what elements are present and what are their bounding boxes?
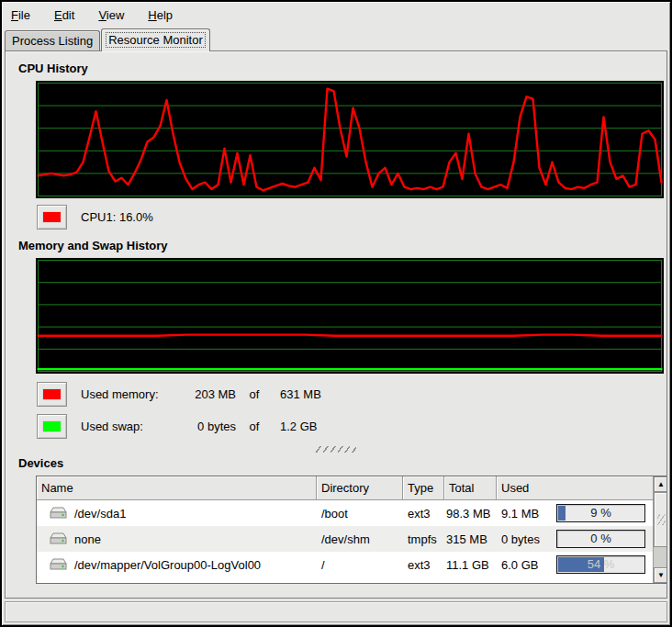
device-used: 9.1 MB — [501, 507, 539, 521]
cpu-history-title: CPU History — [18, 62, 655, 75]
cpu-color-swatch — [42, 211, 62, 223]
system-monitor-window: File Edit View Help Process Listing Reso… — [0, 0, 672, 627]
swap-used-value: 0 bytes — [170, 420, 236, 433]
device-usage-progressbar: 54 % 54 % — [556, 555, 645, 574]
scroll-up-button[interactable]: ▲ — [654, 476, 667, 492]
memory-total-value: 631 MB — [273, 387, 655, 401]
swap-legend-row: Used swap: 0 bytes of 1.2 GB — [37, 414, 655, 439]
table-row[interactable]: /dev/mapper/VolGroup00-LogVol00 / ext3 1… — [37, 552, 653, 577]
column-header-directory[interactable]: Directory — [317, 476, 403, 500]
column-header-used[interactable]: Used — [497, 476, 653, 500]
swap-color-button[interactable] — [37, 414, 67, 439]
device-type: tmpfs — [408, 532, 437, 546]
memory-color-button[interactable] — [37, 382, 67, 407]
device-type: ext3 — [408, 507, 431, 521]
table-row[interactable]: /dev/sda1 /boot ext3 98.3 MB 9.1 MB 9 % … — [37, 500, 653, 526]
device-total: 98.3 MB — [446, 507, 490, 521]
cpu-legend-label: CPU1: 16.0% — [81, 210, 153, 224]
resource-monitor-page: CPU History CPU1: 16.0% Memory and Swap … — [5, 50, 667, 599]
tab-resource-monitor-label: Resource Monitor — [106, 33, 205, 47]
cpu-color-button[interactable] — [37, 205, 67, 230]
menu-edit[interactable]: Edit — [54, 8, 74, 22]
memory-history-title: Memory and Swap History — [18, 239, 655, 252]
disk-icon — [50, 532, 67, 545]
devices-title: Devices — [18, 456, 655, 470]
scrollbar-thumb[interactable] — [654, 492, 667, 547]
devices-table: Name Directory Type Total Used /dev/sd — [36, 476, 667, 584]
tab-process-listing-label: Process Listing — [12, 34, 93, 48]
device-name: none — [74, 532, 101, 546]
device-directory: / — [321, 558, 325, 572]
vertical-scrollbar[interactable]: ▲ ▼ — [653, 476, 667, 583]
memory-legend-row: Used memory: 203 MB of 631 MB — [37, 382, 655, 407]
device-usage-progressbar: 0 % 0 % — [556, 530, 645, 548]
disk-icon — [50, 507, 67, 520]
device-usage-progressbar: 9 % 9 % — [556, 504, 645, 522]
device-name: /dev/sda1 — [74, 507, 126, 521]
cpu-legend: CPU1: 16.0% — [37, 205, 655, 230]
device-used: 0 bytes — [501, 532, 540, 546]
table-row[interactable]: none /dev/shm tmpfs 315 MB 0 bytes 0 % 0… — [37, 526, 653, 552]
device-total: 315 MB — [446, 532, 487, 546]
arrow-down-icon: ▼ — [657, 571, 665, 579]
memory-used-value: 203 MB — [170, 387, 236, 401]
menu-file[interactable]: File — [11, 8, 30, 22]
scroll-down-button[interactable]: ▼ — [654, 567, 667, 583]
column-header-type[interactable]: Type — [403, 476, 444, 500]
device-directory: /boot — [321, 507, 348, 521]
memory-legend-label: Used memory: — [81, 387, 170, 401]
tab-process-listing[interactable]: Process Listing — [5, 30, 100, 50]
menu-bar: File Edit View Help — [2, 2, 670, 27]
cpu-history-graph — [36, 81, 664, 198]
device-type: ext3 — [408, 558, 431, 572]
swap-of-label: of — [236, 420, 273, 433]
column-header-total[interactable]: Total — [444, 476, 497, 500]
arrow-up-icon: ▲ — [657, 480, 665, 488]
memory-color-swatch — [42, 388, 62, 400]
tab-strip: Process Listing Resource Monitor — [2, 27, 670, 50]
device-total: 11.1 GB — [446, 558, 489, 572]
menu-view[interactable]: View — [98, 8, 124, 22]
memory-of-label: of — [236, 387, 273, 401]
column-header-name[interactable]: Name — [37, 476, 317, 500]
swap-color-swatch — [42, 420, 62, 432]
menu-help[interactable]: Help — [148, 8, 173, 22]
scrollbar-trough[interactable] — [654, 547, 667, 567]
device-directory: /dev/shm — [321, 532, 370, 546]
devices-tree: Name Directory Type Total Used /dev/sd — [37, 476, 653, 583]
device-used: 6.0 GB — [501, 558, 538, 572]
device-name: /dev/mapper/VolGroup00-LogVol00 — [74, 558, 261, 572]
scrollbar-grip-icon — [657, 514, 666, 525]
usage-percent-label: 0 % — [557, 532, 644, 545]
swap-total-value: 1.2 GB — [273, 420, 655, 433]
usage-percent-label: 9 % — [557, 506, 644, 520]
tab-resource-monitor[interactable]: Resource Monitor — [101, 28, 210, 51]
swap-legend-label: Used swap: — [81, 420, 170, 433]
memory-swap-graph — [36, 258, 664, 374]
pane-resize-handle[interactable] — [316, 446, 356, 453]
status-bar — [5, 601, 667, 622]
devices-table-header: Name Directory Type Total Used — [37, 476, 653, 500]
disk-icon — [50, 558, 67, 571]
